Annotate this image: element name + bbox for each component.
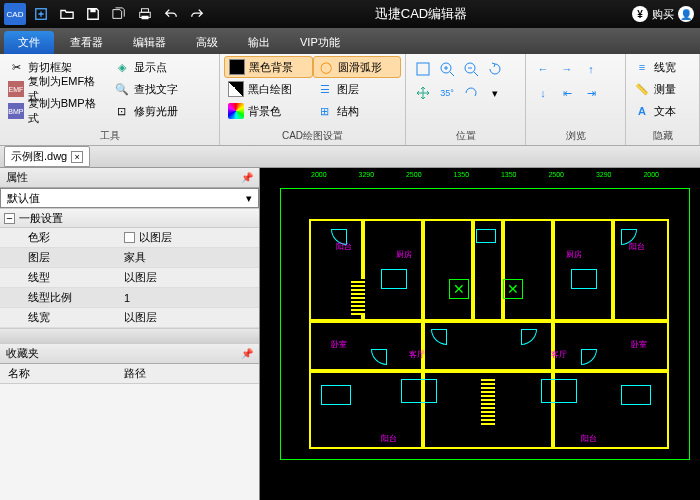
- app-title: 迅捷CAD编辑器: [210, 5, 632, 23]
- zoom-out-button[interactable]: [460, 58, 482, 80]
- chevron-down-icon: ▾: [246, 192, 252, 205]
- main-area: 属性 📌 默认值 ▾ − 一般设置 色彩以图层 图层家具 线型以图层 线型比例1…: [0, 168, 700, 500]
- favorites-columns: 名称 路径: [0, 364, 259, 384]
- refresh-button[interactable]: [460, 82, 482, 104]
- copy-bmp-button[interactable]: BMP复制为BMP格式: [4, 100, 110, 122]
- undo-button[interactable]: [160, 3, 182, 25]
- document-tabs: 示例图.dwg ×: [0, 146, 700, 168]
- chevron-down-icon[interactable]: ▾: [484, 82, 506, 104]
- properties-header: 属性 📌: [0, 168, 259, 188]
- layer-button[interactable]: ☰图层: [313, 78, 402, 100]
- scroll-area[interactable]: [0, 328, 259, 344]
- pin-icon[interactable]: 📌: [241, 348, 253, 359]
- favorites-body: [0, 384, 259, 500]
- svg-rect-4: [142, 16, 149, 20]
- property-row[interactable]: 线型比例1: [0, 288, 259, 308]
- account-icon[interactable]: 👤: [678, 6, 694, 22]
- property-row[interactable]: 线宽以图层: [0, 308, 259, 328]
- svg-rect-5: [417, 63, 429, 75]
- crop-icon: ⊡: [114, 103, 130, 119]
- rotate-button[interactable]: [484, 58, 506, 80]
- general-section[interactable]: − 一般设置: [0, 208, 259, 228]
- measure-button[interactable]: 📏测量: [630, 78, 695, 100]
- nav-first-button[interactable]: ⇤: [556, 82, 578, 104]
- floor-plan: 20003290250013501350250032902000: [280, 188, 690, 460]
- svg-rect-3: [142, 9, 149, 13]
- collapse-icon: −: [4, 213, 15, 224]
- tab-viewer[interactable]: 查看器: [56, 31, 117, 54]
- default-value-combo[interactable]: 默认值 ▾: [0, 188, 259, 208]
- crop-album-button[interactable]: ⊡修剪光册: [110, 100, 216, 122]
- main-tabs: 文件 查看器 编辑器 高级 输出 VIP功能: [0, 28, 700, 54]
- text-button[interactable]: A文本: [630, 100, 695, 122]
- redo-button[interactable]: [186, 3, 208, 25]
- search-icon: 🔍: [114, 81, 130, 97]
- bg-color-button[interactable]: 背景色: [224, 100, 313, 122]
- new-button[interactable]: [30, 3, 52, 25]
- ribbon: ✂剪切框架 EMF复制为EMF格式 BMP复制为BMP格式 ◈显示点 🔍查找文字…: [0, 54, 700, 146]
- browse-panel-title: 浏览: [530, 129, 621, 143]
- structure-button[interactable]: ⊞结构: [313, 100, 402, 122]
- tab-vip[interactable]: VIP功能: [286, 31, 354, 54]
- arc-icon: ◯: [318, 59, 334, 75]
- layer-icon: ☰: [317, 81, 333, 97]
- property-row[interactable]: 图层家具: [0, 248, 259, 268]
- show-point-button[interactable]: ◈显示点: [110, 56, 216, 78]
- pan-button[interactable]: [412, 82, 434, 104]
- hide-panel-title: 隐藏: [630, 129, 695, 143]
- nav-up-button[interactable]: ↑: [580, 58, 602, 80]
- favorites-header: 收藏夹 📌: [0, 344, 259, 364]
- nav-right-button[interactable]: →: [556, 58, 578, 80]
- zoom-window-button[interactable]: [412, 58, 434, 80]
- svg-rect-1: [90, 9, 95, 13]
- save-button[interactable]: [82, 3, 104, 25]
- property-list: 色彩以图层 图层家具 线型以图层 线型比例1 线宽以图层: [0, 228, 259, 328]
- property-row[interactable]: 线型以图层: [0, 268, 259, 288]
- purchase-button[interactable]: 购买: [652, 7, 674, 22]
- tab-output[interactable]: 输出: [234, 31, 284, 54]
- save-all-button[interactable]: [108, 3, 130, 25]
- line-width-button[interactable]: ≡线宽: [630, 56, 695, 78]
- color-icon: [228, 103, 244, 119]
- zoom-in-button[interactable]: [436, 58, 458, 80]
- tab-editor[interactable]: 编辑器: [119, 31, 180, 54]
- tab-file[interactable]: 文件: [4, 31, 54, 54]
- bw-draw-button[interactable]: 黑白绘图: [224, 78, 313, 100]
- nav-last-button[interactable]: ⇥: [580, 82, 602, 104]
- smooth-arc-button[interactable]: ◯圆滑弧形: [313, 56, 402, 78]
- nav-left-button[interactable]: ←: [532, 58, 554, 80]
- cad-panel-title: CAD绘图设置: [224, 129, 401, 143]
- point-icon: ◈: [114, 59, 130, 75]
- document-tab[interactable]: 示例图.dwg ×: [4, 146, 90, 167]
- currency-icon[interactable]: ¥: [632, 6, 648, 22]
- emf-icon: EMF: [8, 81, 24, 97]
- dimensions: 20003290250013501350250032902000: [281, 171, 689, 185]
- print-button[interactable]: [134, 3, 156, 25]
- pin-icon[interactable]: 📌: [241, 172, 253, 183]
- structure-icon: ⊞: [317, 103, 333, 119]
- tab-advanced[interactable]: 高级: [182, 31, 232, 54]
- open-button[interactable]: [56, 3, 78, 25]
- find-text-button[interactable]: 🔍查找文字: [110, 78, 216, 100]
- text-icon: A: [634, 103, 650, 119]
- nav-down-button[interactable]: ↓: [532, 82, 554, 104]
- close-icon[interactable]: ×: [71, 151, 83, 163]
- scissors-icon: ✂: [8, 59, 24, 75]
- property-row[interactable]: 色彩以图层: [0, 228, 259, 248]
- bw-icon: [228, 81, 244, 97]
- ruler-icon: 📏: [634, 81, 650, 97]
- black-bg-icon: [229, 59, 245, 75]
- angle-button[interactable]: 35°: [436, 82, 458, 104]
- properties-panel: 属性 📌 默认值 ▾ − 一般设置 色彩以图层 图层家具 线型以图层 线型比例1…: [0, 168, 260, 500]
- linewidth-icon: ≡: [634, 59, 650, 75]
- pos-panel-title: 位置: [410, 129, 521, 143]
- checkbox[interactable]: [124, 232, 135, 243]
- title-bar: CAD 迅捷CAD编辑器 ¥ 购买 👤: [0, 0, 700, 28]
- app-logo: CAD: [4, 3, 26, 25]
- bmp-icon: BMP: [8, 103, 24, 119]
- tool-panel-title: 工具: [4, 129, 215, 143]
- black-bg-button[interactable]: 黑色背景: [224, 56, 313, 78]
- drawing-canvas[interactable]: 20003290250013501350250032902000: [260, 168, 700, 500]
